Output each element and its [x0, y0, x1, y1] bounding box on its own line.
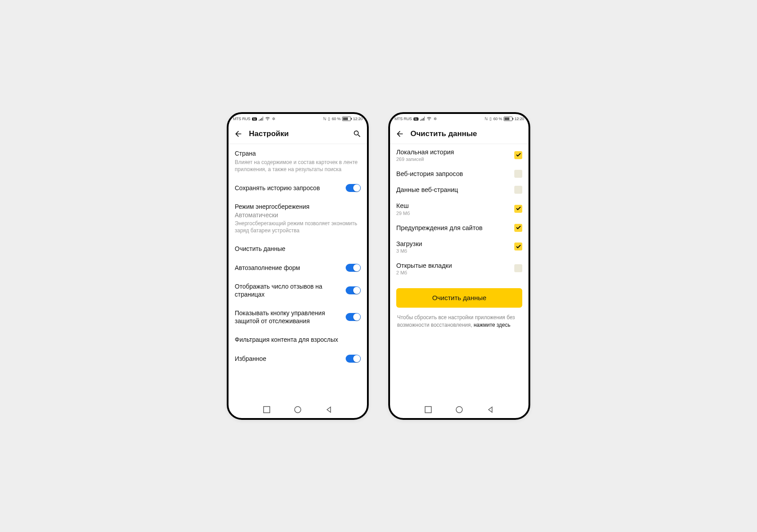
wifi-icon	[265, 117, 270, 121]
setting-tracking-button[interactable]: Показывать кнопку управления защитой от …	[235, 304, 361, 330]
app-bar: Очистить данные	[390, 124, 528, 144]
toggle-favorites[interactable]	[346, 355, 361, 363]
android-nav-bar	[390, 401, 528, 418]
nav-back-button[interactable]	[487, 406, 494, 413]
row-label: Веб-история запросов	[396, 170, 510, 178]
reset-link[interactable]: нажмите здесь	[473, 322, 510, 328]
clear-data-button[interactable]: Очистить данные	[396, 288, 522, 308]
signal-icon	[420, 117, 425, 121]
toggle-tracking[interactable]	[346, 313, 361, 321]
clock: 12:20	[514, 117, 524, 121]
battery-icon	[342, 117, 351, 121]
battery-icon	[504, 117, 513, 121]
network-badge: lte	[414, 117, 418, 121]
nav-recent-button[interactable]	[263, 406, 270, 413]
setting-clear-data[interactable]: Очистить данные	[235, 239, 361, 258]
setting-label: Избранное	[235, 355, 341, 363]
setting-label: Страна	[235, 149, 361, 157]
toggle-save-history[interactable]	[346, 184, 361, 192]
nav-back-button[interactable]	[325, 406, 332, 413]
checkbox-cache[interactable]	[514, 205, 522, 213]
row-sub: 29 Мб	[396, 211, 510, 216]
battery-text: 60 %	[332, 117, 341, 121]
setting-power-mode[interactable]: Режим энергосбережения Автоматически Эне…	[235, 197, 361, 240]
row-label: Локальная история	[396, 148, 510, 156]
svg-rect-0	[264, 407, 270, 413]
back-button[interactable]	[395, 129, 404, 138]
settings-list: Страна Влияет на содержимое и состав кар…	[229, 144, 367, 401]
checkbox-local-history[interactable]	[514, 151, 522, 159]
signal-icon	[259, 117, 263, 121]
nav-home-button[interactable]	[456, 406, 463, 413]
carrier-label: MTS RUS	[233, 117, 250, 121]
nfc-icon: ℕ	[323, 117, 326, 121]
back-button[interactable]	[234, 129, 243, 138]
page-title: Очистить данные	[410, 129, 523, 138]
toggle-autofill[interactable]	[346, 264, 361, 272]
phone-settings: MTS RUS lte ✲ ℕ ▯ 60 % 12:20 Настройки	[227, 112, 369, 420]
vibrate-icon: ▯	[328, 117, 330, 121]
clear-data-list: Локальная история 269 записей Веб-истори…	[390, 144, 528, 401]
setting-label: Очистить данные	[235, 245, 361, 253]
nav-home-button[interactable]	[294, 406, 301, 413]
checkbox-web-history[interactable]	[514, 170, 522, 178]
setting-desc: Влияет на содержимое и состав карточек в…	[235, 159, 361, 173]
row-site-warnings[interactable]: Предупреждения для сайтов	[396, 220, 522, 236]
setting-label: Режим энергосбережения	[235, 203, 361, 211]
wifi-icon	[426, 117, 432, 121]
row-local-history[interactable]: Локальная история 269 записей	[396, 144, 522, 166]
row-label: Кеш	[396, 202, 510, 210]
page-title: Настройки	[249, 129, 347, 138]
row-downloads[interactable]: Загрузки 3 Мб	[396, 236, 522, 258]
status-bar: MTS RUS lte ✲ ℕ ▯ 60 % 12:20	[390, 114, 528, 124]
setting-label: Сохранять историю запросов	[235, 184, 341, 192]
nfc-icon: ℕ	[485, 117, 488, 121]
setting-label: Показывать кнопку управления защитой от …	[235, 309, 341, 325]
setting-review-count[interactable]: Отображать число отзывов на страницах	[235, 277, 361, 304]
checkbox-downloads[interactable]	[514, 243, 522, 250]
reset-footnote: Чтобы сбросить все настройки приложения …	[396, 314, 522, 329]
row-open-tabs[interactable]: Открытые вкладки 2 Мб	[396, 258, 522, 279]
setting-save-history[interactable]: Сохранять историю запросов	[235, 179, 361, 197]
row-cache[interactable]: Кеш 29 Мб	[396, 198, 522, 219]
setting-label: Отображать число отзывов на страницах	[235, 282, 341, 298]
search-button[interactable]	[353, 129, 362, 138]
checkbox-warnings[interactable]	[514, 224, 522, 232]
row-web-data[interactable]: Данные веб-страниц	[396, 182, 522, 198]
setting-adult-filter[interactable]: Фильтрация контента для взрослых	[235, 330, 361, 349]
nav-recent-button[interactable]	[425, 406, 432, 413]
sync-icon: ✲	[272, 117, 276, 121]
row-label: Предупреждения для сайтов	[396, 224, 510, 232]
svg-point-1	[295, 407, 301, 413]
setting-country[interactable]: Страна Влияет на содержимое и состав кар…	[235, 144, 361, 179]
battery-text: 60 %	[493, 117, 502, 121]
phone-clear-data: MTS RUS lte ✲ ℕ ▯ 60 % 12:20 Очистить да…	[388, 112, 530, 420]
svg-point-3	[456, 407, 462, 413]
row-label: Данные веб-страниц	[396, 186, 510, 194]
row-sub: 2 Мб	[396, 270, 510, 275]
setting-value: Автоматически	[235, 211, 361, 219]
setting-favorites[interactable]: Избранное	[235, 349, 361, 368]
sync-icon: ✲	[434, 117, 437, 121]
checkbox-open-tabs[interactable]	[514, 264, 522, 272]
clock: 12:20	[353, 117, 363, 121]
svg-rect-2	[425, 407, 431, 413]
setting-autofill[interactable]: Автозаполнение форм	[235, 258, 361, 277]
row-sub: 3 Мб	[396, 248, 510, 254]
setting-label: Автозаполнение форм	[235, 264, 341, 272]
setting-desc: Энергосберегающий режим позволяет эконом…	[235, 220, 361, 234]
carrier-label: MTS RUS	[394, 117, 412, 121]
toggle-reviews[interactable]	[346, 286, 361, 294]
checkbox-web-data[interactable]	[514, 186, 522, 194]
android-nav-bar	[229, 401, 367, 418]
status-bar: MTS RUS lte ✲ ℕ ▯ 60 % 12:20	[229, 114, 367, 124]
setting-label: Фильтрация контента для взрослых	[235, 336, 361, 344]
app-bar: Настройки	[229, 124, 367, 144]
row-sub: 269 записей	[396, 156, 510, 162]
row-label: Загрузки	[396, 240, 510, 248]
row-web-history[interactable]: Веб-история запросов	[396, 166, 522, 182]
network-badge: lte	[252, 117, 257, 121]
vibrate-icon: ▯	[489, 117, 492, 121]
row-label: Открытые вкладки	[396, 262, 510, 270]
